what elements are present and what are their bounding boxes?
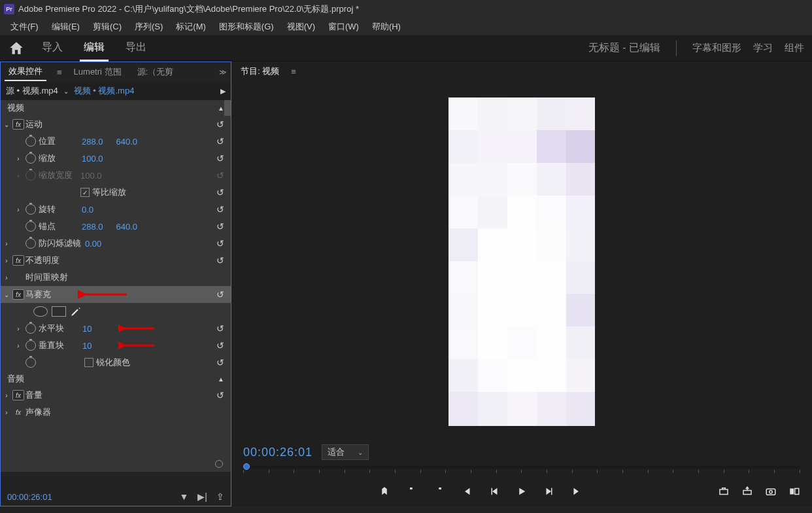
workspace-link-captions[interactable]: 字幕和图形 (692, 42, 741, 54)
fx-badge-icon[interactable]: fx (12, 255, 24, 266)
lift-icon[interactable] (718, 486, 730, 500)
reset-icon[interactable]: ↺ (216, 340, 224, 351)
effect-mosaic[interactable]: ⌄ fx 马赛克 ↺ (1, 286, 231, 303)
reset-icon[interactable]: ↺ (216, 289, 224, 300)
home-icon[interactable] (8, 40, 25, 57)
go-to-out-icon[interactable] (571, 486, 583, 500)
tab-lumetri-scopes[interactable]: Lumetri 范围 (70, 63, 126, 80)
reset-icon[interactable]: ↺ (216, 221, 224, 232)
expand-icon[interactable]: › (1, 274, 12, 281)
position-x-value[interactable]: 288.0 (82, 137, 103, 147)
program-viewer[interactable] (231, 81, 812, 442)
panel-circle-icon[interactable] (215, 460, 223, 468)
menu-graphics[interactable]: 图形和标题(G) (212, 18, 280, 35)
menu-help[interactable]: 帮助(H) (365, 18, 407, 35)
go-to-in-icon[interactable] (461, 486, 473, 500)
stopwatch-icon[interactable] (25, 221, 36, 232)
menu-sequence[interactable]: 序列(S) (128, 18, 169, 35)
effect-motion[interactable]: ⌄ fx 运动 ↺ (1, 116, 231, 133)
expand-icon[interactable]: › (12, 172, 24, 179)
menu-view[interactable]: 视图(V) (280, 18, 322, 35)
menu-file[interactable]: 文件(F) (4, 18, 45, 35)
mask-rect-icon[interactable] (52, 306, 66, 317)
antiflicker-value[interactable]: 0.00 (85, 239, 101, 249)
effect-controls-timecode[interactable]: 00:00:26:01 (7, 492, 52, 502)
fx-badge-icon[interactable]: fx (12, 289, 24, 300)
stopwatch-icon[interactable] (25, 323, 36, 334)
stopwatch-icon[interactable] (25, 153, 36, 164)
mark-in-icon[interactable] (406, 486, 418, 500)
filter-icon[interactable]: ▼ (180, 491, 189, 502)
effect-time-remap[interactable]: › 时间重映射 (1, 269, 231, 286)
expand-icon[interactable]: › (12, 325, 24, 332)
expand-icon[interactable]: › (1, 240, 12, 247)
mosaic-h-value[interactable]: 10 (82, 324, 92, 334)
step-forward-icon[interactable] (543, 486, 555, 500)
menu-marker[interactable]: 标记(M) (169, 18, 212, 35)
expand-icon[interactable]: › (1, 409, 12, 416)
scale-value[interactable]: 100.0 (82, 154, 103, 164)
effect-panner[interactable]: › fx 声像器 (1, 404, 231, 421)
export-icon[interactable]: ⇪ (216, 491, 224, 502)
extract-icon[interactable] (741, 486, 753, 500)
reset-icon[interactable]: ↺ (216, 204, 224, 215)
fx-badge-icon[interactable]: fx (12, 119, 24, 130)
effect-volume[interactable]: › fx 音量 ↺ (1, 387, 231, 404)
workspace-tab-export[interactable]: 导出 (122, 35, 150, 62)
stopwatch-icon[interactable] (25, 136, 36, 147)
expand-icon[interactable]: › (1, 257, 12, 264)
add-marker-icon[interactable] (379, 486, 390, 500)
comparison-view-icon[interactable] (788, 486, 800, 500)
fx-badge-icon[interactable]: fx (12, 407, 24, 417)
section-video[interactable]: 视频 ▲ (1, 100, 231, 116)
reset-icon[interactable]: ↺ (216, 390, 224, 400)
collapse-up-icon[interactable]: ▲ (218, 105, 224, 112)
workspace-link-learn[interactable]: 学习 (753, 42, 773, 54)
tab-source[interactable]: 源:（无剪 (133, 63, 178, 80)
rotation-value[interactable]: 0.0 (82, 205, 93, 215)
play-icon[interactable] (516, 486, 528, 500)
stopwatch-icon[interactable] (25, 340, 36, 351)
reset-icon[interactable]: ↺ (216, 255, 224, 266)
workspace-link-assembly[interactable]: 组件 (785, 42, 804, 54)
panel-menu-icon[interactable]: ≡ (57, 67, 62, 77)
source-sequence-label[interactable]: 视频 • 视频.mp4 (74, 85, 135, 97)
uniform-scale-checkbox[interactable]: ✓ (80, 188, 90, 197)
reset-icon[interactable]: ↺ (216, 153, 224, 164)
expand-icon[interactable]: ⌄ (1, 291, 12, 298)
mask-pen-icon[interactable] (70, 306, 82, 317)
reset-icon[interactable]: ↺ (216, 323, 224, 334)
export-frame-icon[interactable] (765, 486, 777, 500)
zoom-dropdown[interactable]: 适合 ⌄ (322, 444, 369, 460)
fx-badge-icon[interactable]: fx (12, 390, 24, 400)
reset-icon[interactable]: ↺ (216, 136, 224, 147)
keyframe-nav-icon[interactable]: ▶| (197, 491, 207, 502)
reset-icon[interactable]: ↺ (216, 238, 224, 249)
reset-icon[interactable]: ↺ (216, 119, 224, 130)
program-scrubber[interactable] (231, 466, 812, 479)
panel-overflow-icon[interactable]: ≫ (219, 68, 227, 77)
effect-opacity[interactable]: › fx 不透明度 ↺ (1, 252, 231, 269)
mosaic-v-value[interactable]: 10 (82, 341, 92, 351)
menu-edit[interactable]: 编辑(E) (45, 18, 86, 35)
source-dropdown-icon[interactable]: ⌄ (63, 88, 69, 95)
position-y-value[interactable]: 640.0 (116, 137, 138, 147)
reset-icon[interactable]: ↺ (216, 357, 224, 368)
anchor-x-value[interactable]: 288.0 (82, 222, 103, 232)
section-audio[interactable]: 音频 ▲ (1, 371, 231, 387)
step-back-icon[interactable] (488, 486, 500, 500)
program-timecode[interactable]: 00:00:26:01 (243, 446, 313, 459)
tab-effect-controls[interactable]: 效果控件 (5, 63, 46, 81)
expand-icon[interactable]: › (1, 392, 12, 399)
workspace-tab-import[interactable]: 导入 (38, 35, 67, 62)
stopwatch-icon[interactable] (25, 238, 36, 249)
anchor-y-value[interactable]: 640.0 (116, 222, 138, 232)
expand-icon[interactable]: ⌄ (1, 121, 12, 128)
playhead-knob[interactable] (243, 463, 250, 470)
expand-icon[interactable]: › (12, 342, 24, 349)
program-tab[interactable]: 节目: 视频 (238, 64, 282, 79)
reset-icon[interactable]: ↺ (216, 187, 224, 198)
workspace-tab-edit[interactable]: 编辑 (80, 35, 109, 62)
mark-out-icon[interactable] (433, 486, 445, 500)
stopwatch-icon[interactable] (25, 357, 36, 368)
